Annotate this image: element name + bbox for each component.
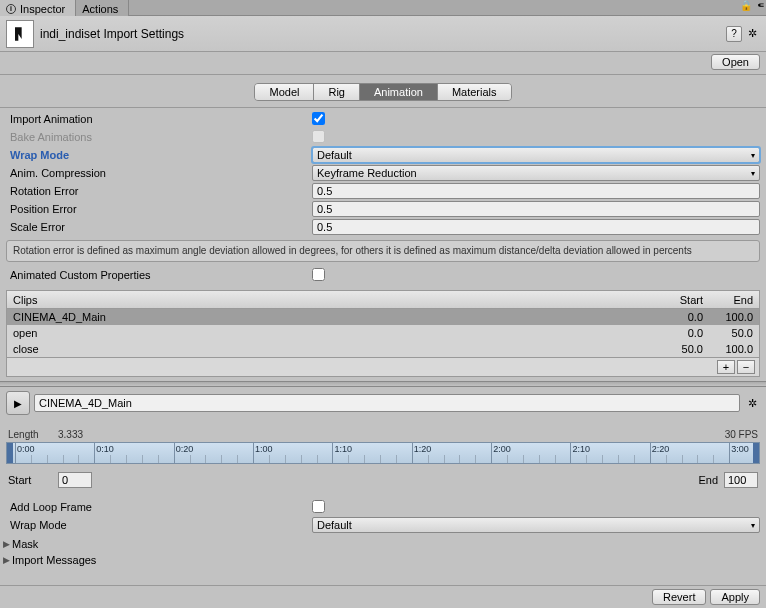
timeline-minor-tick — [475, 455, 476, 463]
timeline-minor-tick — [110, 455, 111, 463]
clips-header-start: Start — [653, 294, 703, 306]
timeline-minor-tick — [428, 455, 429, 463]
add-clip-button[interactable]: + — [717, 360, 735, 374]
tab-materials[interactable]: Materials — [438, 84, 511, 100]
dropdown-wrap-mode-2[interactable]: Default — [312, 517, 760, 533]
timeline-end-handle[interactable] — [753, 443, 759, 463]
timeline-minor-tick — [285, 455, 286, 463]
dropdown-anim-compression[interactable]: Keyframe Reduction — [312, 165, 760, 181]
input-rotation-error[interactable] — [312, 183, 760, 199]
chevron-right-icon: ▶ — [0, 555, 12, 565]
label-rotation-error: Rotation Error — [6, 185, 312, 197]
timeline-minor-tick — [78, 455, 79, 463]
checkbox-animated-custom-props[interactable] — [312, 268, 325, 281]
clip-name: CINEMA_4D_Main — [13, 311, 653, 323]
timeline-tick — [253, 443, 254, 463]
timeline-minor-tick — [666, 455, 667, 463]
clip-name-field[interactable] — [34, 394, 740, 412]
tab-model[interactable]: Model — [255, 84, 314, 100]
timeline-minor-tick — [586, 455, 587, 463]
help-button[interactable]: ? — [726, 26, 742, 42]
timeline-minor-tick — [301, 455, 302, 463]
lock-icon[interactable]: 🔒 — [738, 0, 754, 15]
timeline-minor-tick — [364, 455, 365, 463]
timeline-minor-tick — [190, 455, 191, 463]
timeline-tick — [412, 443, 413, 463]
timeline-tick — [650, 443, 651, 463]
timeline-minor-tick — [317, 455, 318, 463]
timeline-tick — [174, 443, 175, 463]
label-wrap-mode-2: Wrap Mode — [6, 519, 312, 531]
timeline-minor-tick — [602, 455, 603, 463]
timeline-minor-tick — [31, 455, 32, 463]
label-scale-error: Scale Error — [6, 221, 312, 233]
checkbox-bake-animations — [312, 130, 325, 143]
play-button[interactable] — [6, 391, 30, 415]
timeline-minor-tick — [444, 455, 445, 463]
length-value: 3.333 — [58, 429, 725, 440]
start-input[interactable] — [58, 472, 92, 488]
timeline-minor-tick — [555, 455, 556, 463]
revert-button[interactable]: Revert — [652, 589, 706, 605]
clips-header-end: End — [703, 294, 753, 306]
timeline-minor-tick — [205, 455, 206, 463]
timeline[interactable]: 0:000:100:201:001:101:202:002:102:203:00 — [6, 442, 760, 464]
timeline-minor-tick — [63, 455, 64, 463]
timeline-tick-label: 1:10 — [334, 444, 352, 454]
dropdown-wrap-mode[interactable]: Default — [312, 147, 760, 163]
clip-row[interactable]: open 0.0 50.0 — [7, 325, 759, 341]
clip-name: open — [13, 327, 653, 339]
timeline-tick-label: 3:00 — [731, 444, 749, 454]
timeline-tick-label: 2:00 — [493, 444, 511, 454]
tab-inspector[interactable]: i Inspector — [0, 0, 76, 16]
timeline-minor-tick — [348, 455, 349, 463]
dropdown-wrap-mode-2-value: Default — [317, 519, 352, 531]
checkbox-add-loop-frame[interactable] — [312, 500, 325, 513]
remove-clip-button[interactable]: − — [737, 360, 755, 374]
timeline-minor-tick — [269, 455, 270, 463]
clips-header-name: Clips — [13, 294, 653, 306]
label-anim-compression: Anim. Compression — [6, 167, 312, 179]
start-label: Start — [8, 474, 58, 486]
timeline-minor-tick — [634, 455, 635, 463]
input-scale-error[interactable] — [312, 219, 760, 235]
timeline-tick-label: 2:10 — [572, 444, 590, 454]
clip-row[interactable]: CINEMA_4D_Main 0.0 100.0 — [7, 309, 759, 325]
clip-settings-gear-icon[interactable]: ✲ — [744, 395, 760, 411]
timeline-minor-tick — [221, 455, 222, 463]
foldout-mask[interactable]: ▶ Mask — [0, 536, 766, 552]
tab-actions[interactable]: Actions — [76, 0, 129, 16]
tab-rig[interactable]: Rig — [314, 84, 360, 100]
label-wrap-mode: Wrap Mode — [6, 149, 312, 161]
timeline-minor-tick — [682, 455, 683, 463]
context-menu-icon[interactable]: ▪≡ — [754, 0, 766, 15]
clip-end: 100.0 — [703, 343, 753, 355]
timeline-minor-tick — [523, 455, 524, 463]
timeline-tick — [570, 443, 571, 463]
end-label: End — [694, 474, 724, 486]
clips-list: Clips Start End CINEMA_4D_Main 0.0 100.0… — [6, 290, 760, 377]
timeline-minor-tick — [237, 455, 238, 463]
timeline-minor-tick — [507, 455, 508, 463]
end-input[interactable] — [724, 472, 758, 488]
open-button[interactable]: Open — [711, 54, 760, 70]
timeline-tick-label: 0:20 — [176, 444, 194, 454]
timeline-minor-tick — [380, 455, 381, 463]
input-position-error[interactable] — [312, 201, 760, 217]
timeline-tick-label: 1:20 — [414, 444, 432, 454]
asset-type-icon — [6, 20, 34, 48]
label-animated-custom-props: Animated Custom Properties — [6, 269, 312, 281]
checkbox-import-animation[interactable] — [312, 112, 325, 125]
fps-label: 30 FPS — [725, 429, 758, 440]
apply-button[interactable]: Apply — [710, 589, 760, 605]
label-bake-animations: Bake Animations — [6, 131, 312, 143]
tab-animation[interactable]: Animation — [360, 84, 438, 100]
info-text: Rotation error is defined as maximum ang… — [6, 240, 760, 262]
settings-gear-icon[interactable]: ✲ — [744, 26, 760, 42]
timeline-minor-tick — [396, 455, 397, 463]
clip-row[interactable]: close 50.0 100.0 — [7, 341, 759, 357]
length-label: Length — [8, 429, 58, 440]
foldout-import-messages[interactable]: ▶ Import Messages — [0, 552, 766, 568]
timeline-start-handle[interactable] — [7, 443, 13, 463]
timeline-minor-tick — [459, 455, 460, 463]
